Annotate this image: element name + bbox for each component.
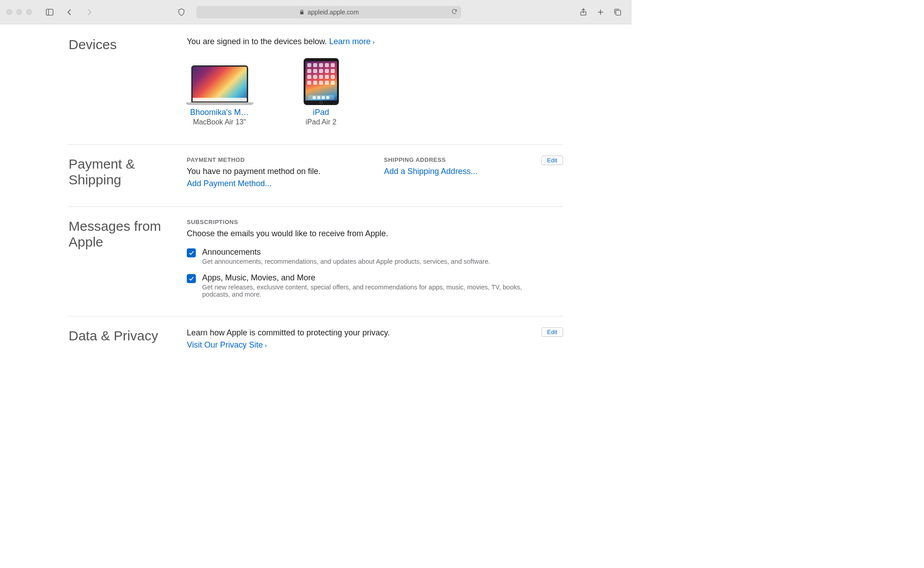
new-tab-button[interactable] — [593, 5, 608, 19]
data-privacy-section: Data & Privacy Edit Learn how Apple is c… — [69, 316, 563, 355]
visit-privacy-site-link[interactable]: Visit Our Privacy Site› — [187, 340, 267, 349]
macbook-icon — [187, 59, 252, 105]
page-content: Devices You are signed in to the devices… — [0, 24, 632, 355]
shipping-address-block: SHIPPING ADDRESS Add a Shipping Address.… — [384, 156, 563, 188]
ipad-icon — [288, 59, 354, 105]
privacy-report-button[interactable] — [174, 5, 189, 19]
apps-music-checkbox[interactable] — [187, 274, 196, 283]
lock-icon — [299, 9, 305, 15]
payment-method-heading: PAYMENT METHOD — [187, 156, 366, 163]
minimize-window-icon[interactable] — [16, 9, 22, 15]
subscription-item-announcements: Announcements Get announcements, recomme… — [187, 247, 563, 265]
privacy-intro: Learn how Apple is committed to protecti… — [187, 328, 563, 338]
privacy-edit-button[interactable]: Edit — [541, 327, 563, 337]
close-window-icon[interactable] — [6, 9, 12, 15]
device-name: Bhoomika's M… — [187, 108, 252, 117]
devices-heading: Devices — [69, 37, 187, 53]
svg-rect-0 — [46, 9, 53, 15]
reload-button[interactable] — [451, 8, 457, 16]
subscriptions-intro: Choose the emails you would like to rece… — [187, 229, 563, 238]
zoom-window-icon[interactable] — [26, 9, 32, 15]
devices-learn-more-link[interactable]: Learn more› — [329, 37, 375, 46]
device-card-ipad[interactable]: iPad iPad Air 2 — [288, 59, 354, 126]
announcements-checkbox[interactable] — [187, 248, 196, 257]
payment-method-block: PAYMENT METHOD You have no payment metho… — [187, 156, 366, 188]
payment-edit-button[interactable]: Edit — [541, 156, 563, 165]
add-shipping-address-link[interactable]: Add a Shipping Address... — [384, 167, 477, 176]
tab-overview-button[interactable] — [610, 5, 625, 19]
share-button[interactable] — [576, 5, 591, 19]
svg-rect-5 — [616, 10, 621, 15]
address-bar[interactable]: appleid.apple.com — [196, 6, 461, 18]
subscription-description: Get new releases, exclusive content, spe… — [202, 284, 527, 298]
messages-section: Messages from Apple SUBSCRIPTIONS Choose… — [69, 207, 563, 316]
subscriptions-heading: SUBSCRIPTIONS — [187, 219, 563, 225]
device-model: MacBook Air 13" — [187, 118, 252, 126]
back-button[interactable] — [62, 5, 77, 19]
shipping-address-heading: SHIPPING ADDRESS — [384, 156, 563, 163]
payment-shipping-section: Payment & Shipping Edit PAYMENT METHOD Y… — [69, 145, 563, 207]
browser-toolbar: appleid.apple.com — [0, 0, 632, 24]
subscription-label: Apps, Music, Movies, and More — [202, 273, 527, 283]
address-bar-url: appleid.apple.com — [308, 9, 359, 16]
devices-intro: You are signed in to the devices below. … — [187, 37, 563, 46]
subscription-item-apps-music: Apps, Music, Movies, and More Get new re… — [187, 273, 563, 298]
messages-heading: Messages from Apple — [69, 219, 187, 250]
add-payment-method-link[interactable]: Add Payment Method... — [187, 179, 272, 188]
device-card-macbook[interactable]: Bhoomika's M… MacBook Air 13" — [187, 59, 252, 126]
sidebar-toggle-button[interactable] — [42, 5, 57, 19]
payment-shipping-heading: Payment & Shipping — [69, 156, 187, 188]
device-model: iPad Air 2 — [288, 118, 354, 126]
forward-button[interactable] — [82, 5, 97, 19]
device-name: iPad — [288, 108, 354, 117]
payment-method-status: You have no payment method on file. — [187, 167, 366, 176]
subscription-label: Announcements — [202, 247, 490, 257]
data-privacy-heading: Data & Privacy — [69, 328, 187, 344]
window-controls[interactable] — [6, 9, 32, 15]
devices-section: Devices You are signed in to the devices… — [69, 35, 563, 145]
subscription-description: Get announcements, recommendations, and … — [202, 258, 490, 265]
